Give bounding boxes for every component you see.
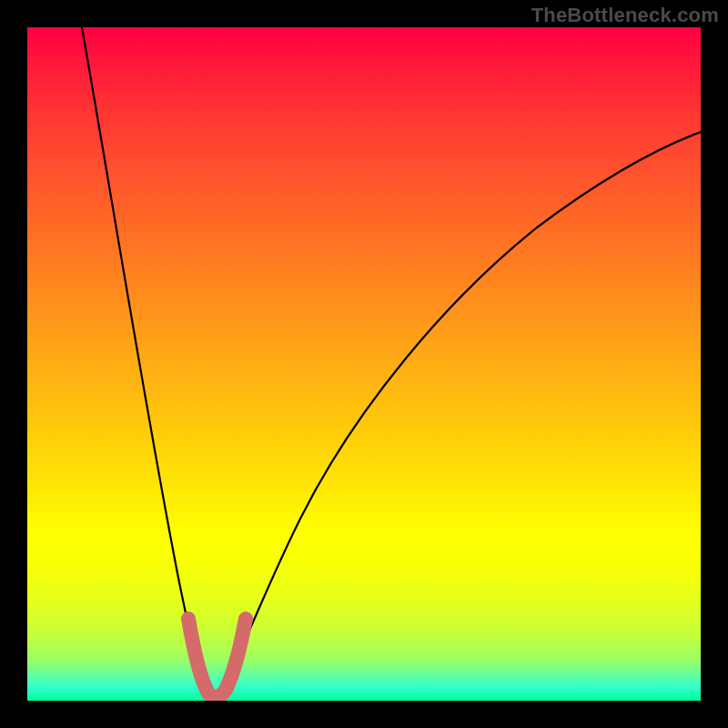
curve-layer: [27, 27, 701, 701]
highlight-segment: [188, 619, 246, 697]
watermark-text: TheBottleneck.com: [531, 4, 719, 27]
bottleneck-curve: [82, 27, 701, 696]
chart-frame: TheBottleneck.com: [0, 0, 728, 728]
plot-area: [27, 27, 701, 701]
